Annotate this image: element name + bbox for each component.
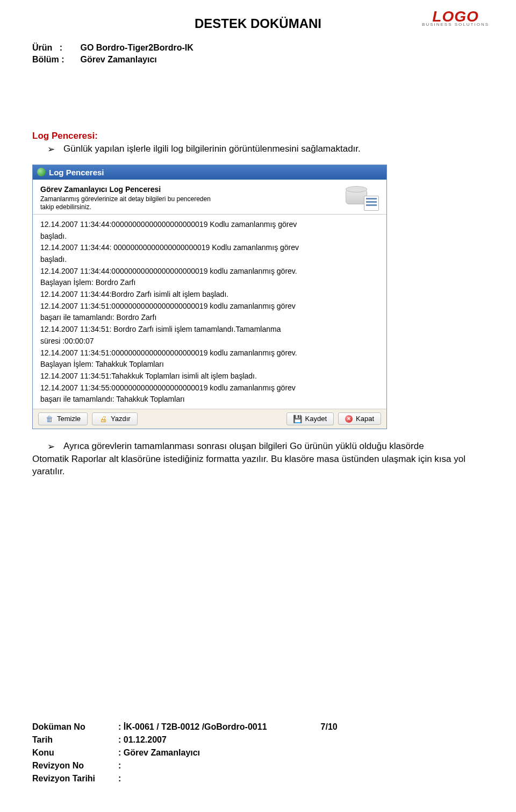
footer-date-value: : 01.12.2007 <box>118 733 167 746</box>
clear-button-label: Temizle <box>57 415 81 423</box>
footer-revdate-label: Revizyon Tarihi <box>32 772 118 785</box>
database-icon <box>345 185 379 211</box>
log-line: başladı. <box>40 254 379 266</box>
close-button-label: Kapat <box>356 415 374 423</box>
log-line: başladı. <box>40 231 379 243</box>
window-subtitle: Görev Zamanlayıcı Log Penceresi <box>40 185 334 194</box>
log-line: 12.14.2007 11:34:44:00000000000000000000… <box>40 219 379 231</box>
window-header: Görev Zamanlayıcı Log Penceresi Zamanlan… <box>33 180 386 215</box>
document-title: DESTEK DOKÜMANI <box>32 16 484 31</box>
save-button-label: Kaydet <box>305 415 327 423</box>
log-window: Log Penceresi Görev Zamanlayıcı Log Penc… <box>32 165 387 429</box>
footer-docno-label: Doküman No <box>32 721 118 733</box>
print-button-label: Yazdır <box>111 415 131 423</box>
meta-section-label: Bölüm <box>32 55 59 64</box>
log-line: 12.14.2007 11:34:44: 0000000000000000000… <box>40 242 379 254</box>
log-line: 12.14.2007 11:34:55:00000000000000000000… <box>40 382 379 394</box>
footer-docno-value: : İK-0061 / T2B-0012 /GoBordro-0011 <box>118 721 267 733</box>
window-titlebar: Log Penceresi <box>33 165 386 180</box>
log-line: başarı ile tamamlandı: Tahakkuk Toplamla… <box>40 394 379 405</box>
close-button[interactable]: × Kapat <box>338 412 381 425</box>
log-line: başarı ile tamamlandı: Bordro Zarfı <box>40 312 379 324</box>
log-line: süresi :00:00:07 <box>40 336 379 347</box>
section-header: Log Penceresi: <box>32 131 484 141</box>
trash-icon: 🗑 <box>45 415 54 423</box>
bullet-2-text-b: Otomatik Raporlar alt klasörüne istediği… <box>32 453 484 478</box>
printer-icon: 🖨 <box>99 415 108 423</box>
log-line: 12.14.2007 11:34:51:00000000000000000000… <box>40 347 379 359</box>
log-line: 12.14.2007 11:34:44:00000000000000000000… <box>40 266 379 277</box>
bullet-1-text: Günlük yapılan işlerle ilgili log bilgil… <box>63 144 361 154</box>
meta-product-row: Ürün : GO Bordro-Tiger2Bordro-IK <box>32 42 484 54</box>
clear-button[interactable]: 🗑 Temizle <box>38 412 88 425</box>
window-desc-1: Zamanlanmış görevlerinize ait detay bilg… <box>40 195 211 203</box>
meta-section-value: Görev Zamanlayıcı <box>80 55 156 64</box>
log-line: 12.14.2007 11:34:44:Bordro Zarfı isimli … <box>40 289 379 301</box>
footer-revno-value: : <box>118 759 121 772</box>
footer-subject-value: : Görev Zamanlayıcı <box>118 746 200 759</box>
meta-section-row: Bölüm : Görev Zamanlayıcı <box>32 54 484 66</box>
logo-text: LOGO <box>422 10 489 23</box>
bullet-line-1: ➢ Günlük yapılan işlerle ilgili log bilg… <box>32 144 484 155</box>
window-footer: 🗑 Temizle 🖨 Yazdır 💾 Kaydet × Kapat <box>33 409 386 429</box>
footer-revdate-value: : <box>118 772 121 785</box>
bullet-line-2: ➢ Ayrıca görevlerin tamamlanması sonrası… <box>32 441 484 452</box>
footer-subject-label: Konu <box>32 746 118 759</box>
log-body: 12.14.2007 11:34:44:00000000000000000000… <box>33 215 386 409</box>
logo-subtitle: BUSINESS SOLUTIONS <box>422 22 489 27</box>
document-footer: Doküman No : İK-0061 / T2B-0012 /GoBordr… <box>32 721 338 785</box>
log-line: Başlayan İşlem: Bordro Zarfı <box>40 277 379 289</box>
print-button[interactable]: 🖨 Yazdır <box>92 412 138 425</box>
bullet-arrow-icon: ➢ <box>47 441 55 452</box>
meta-product-value: GO Bordro-Tiger2Bordro-IK <box>80 43 193 52</box>
bullet-2-text-a: Ayrıca görevlerin tamamlanması sonrası o… <box>63 441 424 452</box>
brand-logo: LOGO BUSINESS SOLUTIONS <box>422 10 489 27</box>
footer-date-label: Tarih <box>32 733 118 746</box>
log-line: 12.14.2007 11:34:51: Bordro Zarfı isimli… <box>40 324 379 336</box>
log-line: Başlayan İşlem: Tahakkuk Toplamları <box>40 359 379 371</box>
log-line: 12.14.2007 11:34:51:Tahakkuk Toplamları … <box>40 371 379 382</box>
log-line: 12.14.2007 11:34:51:00000000000000000000… <box>40 301 379 312</box>
footer-revno-label: Revizyon No <box>32 759 118 772</box>
save-icon: 💾 <box>293 415 302 423</box>
save-button[interactable]: 💾 Kaydet <box>286 412 334 425</box>
meta-product-label: Ürün <box>32 43 52 52</box>
window-desc-2: takip edebilirsiniz. <box>40 203 91 211</box>
window-title: Log Penceresi <box>49 168 104 177</box>
bullet-arrow-icon: ➢ <box>47 144 55 155</box>
footer-page-number: 7/10 <box>321 721 338 733</box>
close-icon: × <box>345 415 353 423</box>
window-icon <box>37 168 46 176</box>
